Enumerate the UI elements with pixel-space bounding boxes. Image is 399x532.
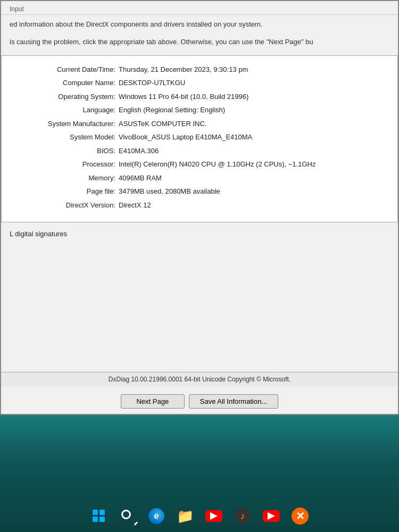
file-explorer-icon[interactable]: 📁: [176, 506, 195, 526]
info-row: Current Date/Time: Thursday, 21 December…: [12, 64, 387, 75]
edge-browser-icon[interactable]: e: [147, 506, 166, 526]
info-label: Memory:: [12, 173, 119, 184]
info-value: 4096MB RAM: [119, 173, 162, 184]
info-row: Operating System: Windows 11 Pro 64-bit …: [12, 92, 387, 102]
next-page-button[interactable]: Next Page: [121, 394, 185, 409]
info-value: Thursday, 21 December 2023, 9:30:13 pm: [119, 64, 248, 75]
copyright-text: DxDiag 10.00.21996.0001 64-bit Unicode C…: [109, 376, 290, 383]
save-all-button[interactable]: Save All Information...: [189, 394, 278, 409]
signatures-text: L digital signatures: [10, 230, 389, 238]
info-row: DirectX Version: DirectX 12: [12, 200, 387, 211]
info-value: DirectX 12: [119, 200, 151, 211]
info-value: 3479MB used, 2080MB available: [119, 186, 220, 197]
youtube-icon-1[interactable]: [204, 506, 223, 526]
orange-x-app-icon[interactable]: ✕: [290, 506, 310, 526]
system-info-box: Current Date/Time: Thursday, 21 December…: [1, 55, 398, 223]
info-label: Computer Name:: [12, 78, 119, 88]
info-label: BIOS:: [12, 146, 119, 156]
info-label: System Model:: [12, 132, 119, 143]
desc-line-2: is causing the problem, click the approp…: [10, 37, 389, 48]
info-row: Computer Name: DESKTOP-U7LTKGU: [12, 78, 387, 88]
info-row: System Model: VivoBook_ASUS Laptop E410M…: [12, 132, 387, 143]
info-row: BIOS: E410MA.306: [12, 146, 387, 156]
copyright-bar: DxDiag 10.00.21996.0001 64-bit Unicode C…: [1, 372, 398, 386]
info-value: DESKTOP-U7LTKGU: [119, 78, 185, 88]
info-label: Processor:: [12, 159, 119, 170]
info-row: Language: English (Regional Setting: Eng…: [12, 105, 387, 115]
info-label: Current Date/Time:: [12, 64, 119, 75]
info-value: English (Regional Setting: English): [119, 105, 225, 115]
info-row: Page file: 3479MB used, 2080MB available: [12, 186, 387, 197]
info-label: Operating System:: [12, 92, 119, 102]
search-taskbar-icon[interactable]: [118, 506, 137, 526]
info-value: Windows 11 Pro 64-bit (10.0, Build 21996…: [119, 92, 248, 102]
taskbar-icons-row: e 📁 ♪ ✕: [0, 500, 399, 532]
partial-header-line: Input: [10, 4, 389, 14]
dxdiag-window: Input ed information about the DirectX c…: [0, 0, 399, 415]
info-row: System Manufacturer: ASUSTeK COMPUTER IN…: [12, 119, 387, 129]
button-row: Next Page Save All Information...: [1, 394, 398, 409]
info-value: Intel(R) Celeron(R) N4020 CPU @ 1.10GHz …: [119, 159, 315, 170]
info-label: Language:: [12, 105, 119, 115]
youtube-icon-2[interactable]: [262, 506, 281, 526]
taskbar: e 📁 ♪ ✕: [0, 415, 399, 532]
desc-line-1: ed information about the DirectX compone…: [10, 19, 389, 30]
info-value: ASUSTeK COMPUTER INC.: [119, 119, 206, 129]
music-app-icon[interactable]: ♪: [233, 506, 252, 526]
info-label: System Manufacturer:: [12, 119, 119, 129]
info-row: Memory: 4096MB RAM: [12, 173, 387, 184]
info-label: Page file:: [12, 186, 119, 197]
info-value: E410MA.306: [119, 146, 159, 156]
info-value: VivoBook_ASUS Laptop E410MA_E410MA: [119, 132, 252, 143]
windows-start-icon[interactable]: [89, 506, 109, 526]
info-label: DirectX Version:: [12, 200, 119, 211]
info-row: Processor: Intel(R) Celeron(R) N4020 CPU…: [12, 159, 387, 170]
